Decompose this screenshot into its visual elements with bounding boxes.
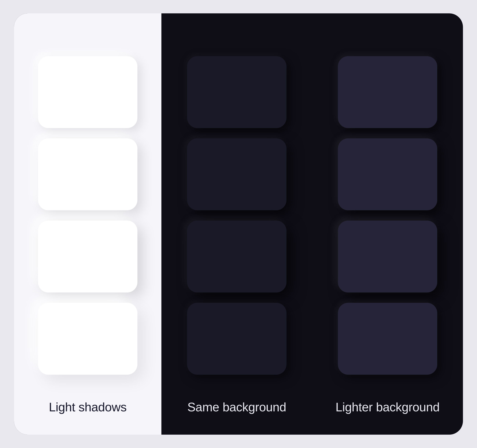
card-dark-same-3 xyxy=(187,221,286,293)
card-light-3 xyxy=(38,221,137,293)
main-container: Light shadows Same background Lighter ba… xyxy=(14,13,463,435)
lighter-bg-panel-label: Lighter background xyxy=(335,400,440,414)
same-bg-cards-column xyxy=(187,56,286,375)
panel-same-background: Same background xyxy=(161,13,312,435)
card-dark-lighter-3 xyxy=(338,221,437,293)
card-dark-same-2 xyxy=(187,138,286,210)
panel-lighter-background: Lighter background xyxy=(312,13,463,435)
card-dark-lighter-1 xyxy=(338,56,437,128)
card-dark-lighter-2 xyxy=(338,138,437,210)
light-panel-label: Light shadows xyxy=(49,400,127,414)
panel-light: Light shadows xyxy=(14,13,161,435)
card-light-1 xyxy=(38,56,137,128)
card-dark-same-4 xyxy=(187,303,286,375)
lighter-bg-cards-column xyxy=(338,56,437,375)
same-bg-panel-label: Same background xyxy=(187,400,286,414)
panels-dark-container: Same background Lighter background xyxy=(161,13,463,435)
card-light-2 xyxy=(38,138,137,210)
card-dark-lighter-4 xyxy=(338,303,437,375)
card-dark-same-1 xyxy=(187,56,286,128)
card-light-4 xyxy=(38,303,137,375)
light-cards-column xyxy=(38,56,137,375)
